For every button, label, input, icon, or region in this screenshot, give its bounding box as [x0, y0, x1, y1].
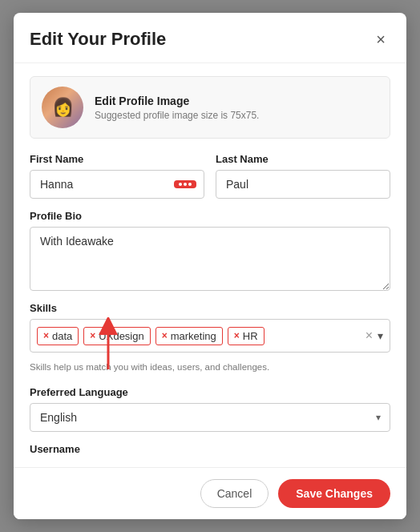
avatar: 👩 [42, 87, 83, 128]
skills-clear-icon[interactable]: × [365, 328, 373, 343]
skills-group: Skills × data × UXdesign × mark [30, 302, 390, 383]
skill-tag-hr[interactable]: × HR [228, 327, 265, 345]
username-label: Username [30, 443, 390, 455]
bio-group: Profile Bio With Ideawake [30, 210, 390, 291]
edit-profile-modal: Edit Your Profile × 👩 Edit Profile Image… [14, 13, 406, 519]
last-name-group: Last Name [216, 153, 390, 199]
skills-help-text: Skills help us match you with ideas, use… [30, 362, 390, 372]
close-button[interactable]: × [371, 30, 390, 49]
modal-footer: Cancel Save Changes [14, 467, 406, 519]
first-name-icon [174, 180, 196, 188]
skill-marketing-label: marketing [171, 330, 216, 342]
skill-data-label: data [52, 330, 72, 342]
skills-label: Skills [30, 302, 390, 314]
bio-label: Profile Bio [30, 210, 390, 222]
skill-tag-marketing[interactable]: × marketing [155, 327, 223, 345]
first-name-group: First Name [30, 153, 204, 199]
remove-data-icon[interactable]: × [43, 331, 49, 341]
skill-tag-data[interactable]: × data [37, 327, 79, 345]
first-name-input-wrapper [30, 170, 204, 199]
name-row: First Name Last Name [30, 153, 390, 199]
bio-textarea[interactable]: With Ideawake [30, 227, 390, 291]
save-button[interactable]: Save Changes [278, 479, 390, 508]
profile-image-subtitle: Suggested profile image size is 75x75. [95, 110, 259, 121]
last-name-input[interactable] [216, 170, 390, 199]
modal-title: Edit Your Profile [30, 29, 166, 50]
last-name-label: Last Name [216, 153, 390, 165]
last-name-input-wrapper [216, 170, 390, 199]
remove-marketing-icon[interactable]: × [162, 331, 168, 341]
first-name-label: First Name [30, 153, 204, 165]
language-label: Preferred Language [30, 386, 390, 398]
language-select-wrapper: English Spanish French German ▾ [30, 403, 390, 432]
avatar-emoji: 👩 [52, 97, 74, 118]
skill-tag-uxdesign[interactable]: × UXdesign [83, 327, 150, 345]
skills-wrapper: × data × UXdesign × marketing × [30, 319, 390, 357]
profile-image-text: Edit Profile Image Suggested profile ima… [95, 95, 259, 121]
remove-uxdesign-icon[interactable]: × [90, 331, 95, 341]
language-group: Preferred Language English Spanish Frenc… [30, 386, 390, 432]
profile-image-section[interactable]: 👩 Edit Profile Image Suggested profile i… [30, 76, 390, 139]
modal-header: Edit Your Profile × [14, 13, 406, 63]
modal-overlay: Edit Your Profile × 👩 Edit Profile Image… [0, 0, 420, 532]
skills-container[interactable]: × data × UXdesign × marketing × [30, 319, 390, 353]
profile-image-title: Edit Profile Image [95, 95, 259, 107]
skills-dropdown-icon[interactable]: ▾ [378, 329, 383, 342]
remove-hr-icon[interactable]: × [234, 331, 240, 341]
skill-hr-label: HR [243, 330, 258, 342]
skill-uxdesign-label: UXdesign [99, 330, 143, 342]
cancel-button[interactable]: Cancel [200, 479, 269, 508]
username-group: Username [30, 443, 390, 455]
language-select[interactable]: English Spanish French German [30, 403, 390, 432]
modal-body: 👩 Edit Profile Image Suggested profile i… [14, 63, 406, 519]
